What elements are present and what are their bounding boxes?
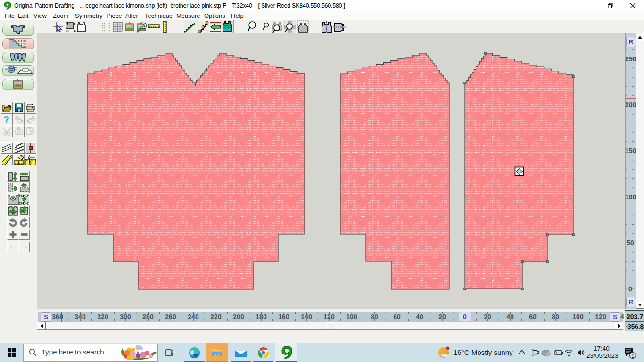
- svg-text:1: 1: [632, 354, 635, 359]
- svg-text:2: 2: [17, 160, 20, 165]
- svg-text:1: 1: [66, 22, 69, 26]
- svg-text:0: 0: [29, 160, 32, 165]
- svg-text:3: 3: [66, 29, 69, 33]
- svg-text:?: ?: [4, 115, 9, 124]
